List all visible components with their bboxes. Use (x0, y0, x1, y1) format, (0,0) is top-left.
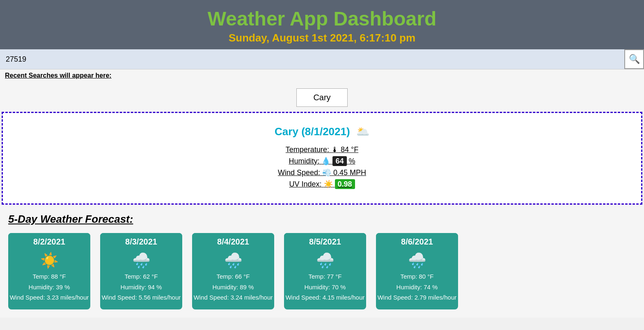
search-input[interactable] (0, 51, 624, 68)
forecast-temp: Temp: 88 °F (8, 271, 90, 282)
city-button-container: Cary (0, 82, 644, 112)
header: Weather App Dashboard Sunday, August 1st… (0, 0, 644, 49)
forecast-card-date: 8/4/2021 (192, 233, 274, 249)
current-weather-title: Cary (8/1/2021) 🌥️ (11, 125, 633, 138)
forecast-card-icon: ☀️ (8, 253, 90, 268)
app-title: Weather App Dashboard (0, 7, 644, 30)
wind-value: 0.45 MPH (333, 168, 366, 177)
forecast-temp: Temp: 62 °F (100, 271, 182, 282)
recent-searches-label: Recent Searches will appear here: (0, 69, 644, 82)
humidity-label: Humidity: (289, 157, 319, 165)
forecast-temp: Temp: 77 °F (284, 271, 366, 282)
wind-label: Wind Speed: (278, 168, 320, 177)
uv-row: UV Index: ☀️ 0.98 (11, 180, 633, 189)
thermometer-icon: 🌡 (331, 145, 339, 154)
forecast-card-date: 8/2/2021 (8, 233, 90, 249)
current-weather-icon: 🌥️ (356, 125, 369, 138)
temperature-label: Temperature: (286, 145, 329, 154)
uv-label: UV Index: (289, 180, 321, 188)
humidity-row: Humidity: 💧 64 % (11, 157, 633, 166)
forecast-card-icon: 🌧️ (192, 253, 274, 268)
forecast-card: 8/6/2021 🌧️ Temp: 80 °F Humidity: 74 % W… (376, 233, 458, 309)
forecast-humidity: Humidity: 74 % (376, 282, 458, 293)
forecast-card-info: Temp: 66 °F Humidity: 89 % Wind Speed: 3… (192, 271, 274, 303)
forecast-card: 8/4/2021 🌧️ Temp: 66 °F Humidity: 89 % W… (192, 233, 274, 309)
humidity-unit: % (349, 157, 355, 165)
forecast-card-icon: 🌧️ (284, 253, 366, 268)
forecast-humidity: Humidity: 39 % (8, 282, 90, 293)
current-weather-details: Temperature: 🌡 84 °F Humidity: 💧 64 % Wi… (11, 145, 633, 189)
forecast-wind: Wind Speed: 3.24 miles/hour (192, 292, 274, 303)
forecast-card-info: Temp: 80 °F Humidity: 74 % Wind Speed: 2… (376, 271, 458, 303)
uv-value: 0.98 (335, 179, 355, 189)
forecast-temp: Temp: 66 °F (192, 271, 274, 282)
forecast-humidity: Humidity: 94 % (100, 282, 182, 293)
forecast-card: 8/2/2021 ☀️ Temp: 88 °F Humidity: 39 % W… (8, 233, 90, 309)
forecast-card-info: Temp: 88 °F Humidity: 39 % Wind Speed: 3… (8, 271, 90, 303)
forecast-card-info: Temp: 77 °F Humidity: 70 % Wind Speed: 4… (284, 271, 366, 303)
current-city-date: Cary (8/1/2021) (275, 125, 350, 138)
wind-icon: 💨 (322, 168, 331, 177)
temperature-value: 84 °F (341, 145, 358, 154)
forecast-card-info: Temp: 62 °F Humidity: 94 % Wind Speed: 5… (100, 271, 182, 303)
forecast-title: 5-Day Weather Forecast: (8, 213, 640, 226)
forecast-wind: Wind Speed: 2.79 miles/hour (376, 292, 458, 303)
current-weather-panel: Cary (8/1/2021) 🌥️ Temperature: 🌡 84 °F … (2, 112, 642, 205)
forecast-section: 5-Day Weather Forecast: 8/2/2021 ☀️ Temp… (0, 205, 644, 318)
forecast-wind: Wind Speed: 4.15 miles/hour (284, 292, 366, 303)
wind-row: Wind Speed: 💨 0.45 MPH (11, 168, 633, 177)
forecast-card-icon: 🌧️ (376, 253, 458, 268)
city-button[interactable]: Cary (296, 88, 347, 107)
forecast-card-date: 8/6/2021 (376, 233, 458, 249)
forecast-wind: Wind Speed: 5.56 miles/hour (100, 292, 182, 303)
forecast-humidity: Humidity: 70 % (284, 282, 366, 293)
header-date: Sunday, August 1st 2021, 6:17:10 pm (0, 32, 644, 44)
search-bar: 🔍 (0, 49, 644, 69)
humidity-value: 64 (332, 156, 346, 166)
forecast-card-icon: 🌧️ (100, 253, 182, 268)
forecast-cards: 8/2/2021 ☀️ Temp: 88 °F Humidity: 39 % W… (8, 233, 640, 309)
forecast-card: 8/3/2021 🌧️ Temp: 62 °F Humidity: 94 % W… (100, 233, 182, 309)
temperature-row: Temperature: 🌡 84 °F (11, 145, 633, 154)
forecast-card-date: 8/3/2021 (100, 233, 182, 249)
droplet-icon: 💧 (321, 157, 330, 165)
forecast-wind: Wind Speed: 3.23 miles/hour (8, 292, 90, 303)
forecast-card: 8/5/2021 🌧️ Temp: 77 °F Humidity: 70 % W… (284, 233, 366, 309)
forecast-humidity: Humidity: 89 % (192, 282, 274, 293)
uv-icon: ☀️ (324, 180, 333, 188)
forecast-card-date: 8/5/2021 (284, 233, 366, 249)
search-button[interactable]: 🔍 (624, 49, 644, 69)
forecast-temp: Temp: 80 °F (376, 271, 458, 282)
